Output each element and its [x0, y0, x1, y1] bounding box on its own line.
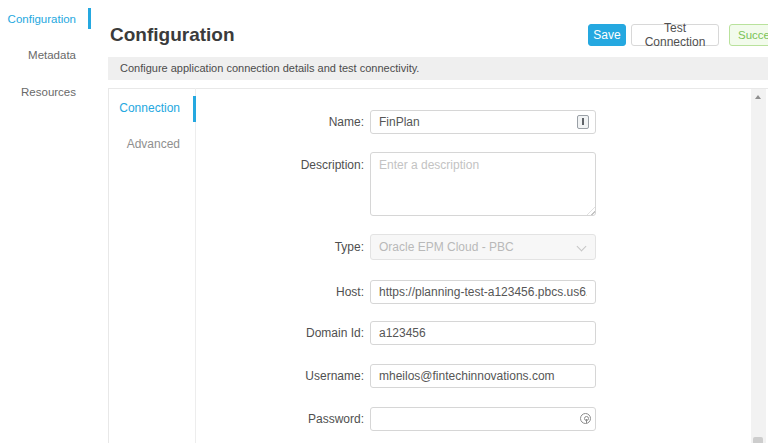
tab-divider: [195, 88, 196, 443]
test-connection-button[interactable]: Test Connection: [631, 24, 719, 46]
page-title: Configuration: [110, 22, 235, 48]
vertical-scrollbar[interactable]: [751, 89, 766, 443]
info-bar: Configure application connection details…: [108, 57, 768, 80]
reveal-password-icon[interactable]: [580, 413, 591, 424]
autofill-extension-icon[interactable]: [577, 115, 589, 129]
app-root: Configuration Metadata Resources Configu…: [0, 0, 768, 443]
username-input[interactable]: [370, 364, 596, 388]
domain-id-label: Domain Id:: [244, 321, 364, 345]
name-label: Name:: [244, 110, 364, 134]
status-badge: Success: [729, 24, 768, 46]
type-label: Type:: [244, 234, 364, 260]
sidebar-item-configuration[interactable]: Configuration: [0, 12, 76, 26]
password-label: Password:: [244, 407, 364, 431]
description-label: Description:: [244, 157, 364, 173]
sidebar-item-resources[interactable]: Resources: [0, 85, 76, 99]
type-select: Oracle EPM Cloud - PBC: [370, 234, 596, 260]
domain-id-input[interactable]: [370, 321, 596, 345]
tab-advanced[interactable]: Advanced: [100, 137, 180, 151]
sidebar-item-metadata[interactable]: Metadata: [0, 48, 76, 62]
info-bar-text: Configure application connection details…: [108, 57, 768, 80]
username-label: Username:: [244, 364, 364, 388]
chevron-down-icon: [577, 242, 587, 252]
scrollbar-thumb[interactable]: [753, 437, 763, 443]
tab-connection[interactable]: Connection: [100, 101, 180, 115]
sidebar-active-indicator: [88, 8, 91, 29]
scroll-up-arrow-icon[interactable]: [751, 89, 766, 104]
host-input[interactable]: [370, 280, 596, 304]
name-input[interactable]: [370, 110, 596, 134]
password-input[interactable]: [370, 407, 596, 431]
save-button[interactable]: Save: [588, 24, 626, 46]
type-select-value: Oracle EPM Cloud - PBC: [379, 240, 514, 254]
description-textarea[interactable]: [370, 152, 596, 216]
tab-active-indicator: [193, 96, 196, 122]
connection-panel: [108, 88, 768, 443]
host-label: Host:: [244, 280, 364, 304]
